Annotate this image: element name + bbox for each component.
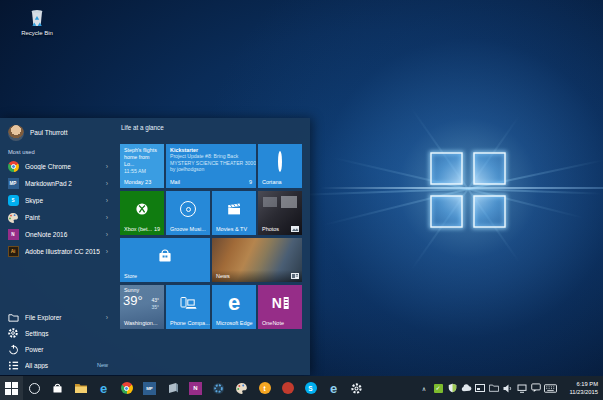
illustrator-icon: Ai bbox=[7, 246, 19, 258]
sync-status-button[interactable]: ✓ bbox=[431, 376, 445, 400]
user-avatar[interactable] bbox=[8, 125, 24, 141]
chevron-right-icon[interactable]: › bbox=[106, 197, 108, 204]
app-item-google-chrome[interactable]: Google Chrome › bbox=[0, 158, 115, 175]
all-apps-new-badge: New bbox=[97, 362, 108, 368]
weather-low: 35° bbox=[151, 304, 159, 310]
tile-movies-tv[interactable]: Movies & TV bbox=[212, 191, 256, 235]
settings-button[interactable] bbox=[345, 376, 368, 400]
user-name[interactable]: Paul Thurrott bbox=[30, 129, 67, 136]
file-explorer-button[interactable] bbox=[69, 376, 92, 400]
onenote-button[interactable]: N bbox=[184, 376, 207, 400]
mail-subject-line3: by joelhodgson bbox=[166, 166, 256, 173]
taskbar: e MP N t S e ∧ ✓ bbox=[0, 376, 603, 400]
onenote-logo: N bbox=[272, 296, 289, 310]
touch-keyboard-button[interactable] bbox=[543, 376, 557, 400]
chevron-right-icon[interactable]: › bbox=[106, 314, 108, 321]
photos-app-button[interactable] bbox=[161, 376, 184, 400]
onedrive-button[interactable] bbox=[459, 376, 473, 400]
tweetium-icon: t bbox=[259, 382, 271, 394]
chrome-button[interactable] bbox=[115, 376, 138, 400]
network-button[interactable] bbox=[515, 376, 529, 400]
tile-group-header[interactable]: Life at a glance bbox=[121, 124, 164, 131]
photos-app-icon bbox=[167, 382, 179, 394]
markdownpad-button[interactable]: MP bbox=[138, 376, 161, 400]
internet-explorer-button[interactable]: e bbox=[322, 376, 345, 400]
display-icon bbox=[475, 384, 485, 392]
skype-icon: S bbox=[305, 382, 317, 394]
tray-expand-button[interactable]: ∧ bbox=[417, 376, 431, 400]
clock-time: 6:19 PM bbox=[557, 380, 598, 388]
start-menu-footer: File Explorer › Settings Power bbox=[0, 309, 115, 373]
chevron-right-icon[interactable]: › bbox=[106, 180, 108, 187]
store-bag-icon bbox=[51, 382, 64, 395]
recycle-bin-shortcut[interactable]: Recycle Bin bbox=[14, 7, 60, 36]
skype-icon: S bbox=[7, 195, 19, 207]
app-item-paint[interactable]: Paint › bbox=[0, 209, 115, 226]
file-explorer-item[interactable]: File Explorer › bbox=[0, 309, 115, 325]
paint-palette-icon bbox=[7, 212, 19, 224]
store-button[interactable] bbox=[46, 376, 69, 400]
markdownpad-icon: MP bbox=[7, 178, 19, 190]
photo-badge-icon bbox=[291, 226, 299, 232]
start-button[interactable] bbox=[0, 376, 23, 400]
chevron-right-icon[interactable]: › bbox=[106, 163, 108, 170]
chevron-right-icon[interactable]: › bbox=[106, 214, 108, 221]
shield-icon bbox=[448, 383, 457, 393]
tile-label: Microsoft Edge bbox=[216, 320, 253, 326]
power-item[interactable]: Power bbox=[0, 341, 115, 357]
news-badge-icon bbox=[291, 273, 299, 279]
system-tray: ∧ ✓ bbox=[417, 376, 603, 400]
tile-label: Phone Compa... bbox=[170, 320, 210, 326]
tile-photos[interactable]: Photos bbox=[258, 191, 302, 235]
tile-label: Mail bbox=[170, 179, 180, 185]
app-item-illustrator[interactable]: Ai Adobe Illustrator CC 2015 › bbox=[0, 243, 115, 260]
red-app-button[interactable] bbox=[276, 376, 299, 400]
app-item-markdownpad[interactable]: MP MarkdownPad 2 › bbox=[0, 175, 115, 192]
calendar-event-time: 11:55 AM bbox=[124, 168, 161, 175]
tray-folder-button[interactable] bbox=[487, 376, 501, 400]
tile-mail[interactable]: Kickstarter Project Update #8: Bring Bac… bbox=[166, 144, 256, 188]
all-apps-icon bbox=[7, 359, 19, 371]
cortana-ring-icon bbox=[278, 153, 282, 171]
chrome-icon bbox=[7, 161, 19, 173]
cortana-button[interactable] bbox=[23, 376, 46, 400]
action-center-button[interactable] bbox=[529, 376, 543, 400]
app-item-onenote-2016[interactable]: N OneNote 2016 › bbox=[0, 226, 115, 243]
mail-unread-badge: 9 bbox=[249, 179, 252, 185]
windows-logo-icon bbox=[5, 382, 18, 395]
tile-weather[interactable]: Sunny 39° 43° 35° Washington... bbox=[120, 285, 164, 329]
edge-logo: e bbox=[228, 292, 240, 314]
chevron-right-icon[interactable]: › bbox=[106, 231, 108, 238]
app-item-skype[interactable]: S Skype › bbox=[0, 192, 115, 209]
tile-label: Monday 23 bbox=[124, 179, 151, 185]
tile-microsoft-edge[interactable]: e Microsoft Edge bbox=[212, 285, 256, 329]
all-apps-item[interactable]: All apps New bbox=[0, 357, 115, 373]
onenote-icon: N bbox=[189, 382, 202, 395]
edge-icon: e bbox=[100, 382, 107, 395]
skype-button[interactable]: S bbox=[299, 376, 322, 400]
tweetium-button[interactable]: t bbox=[253, 376, 276, 400]
tile-onenote[interactable]: N OneNote bbox=[258, 285, 302, 329]
display-button[interactable] bbox=[473, 376, 487, 400]
defender-button[interactable] bbox=[445, 376, 459, 400]
tile-label: OneNote bbox=[262, 320, 284, 326]
tile-cortana[interactable]: Cortana bbox=[258, 144, 302, 188]
tile-news[interactable]: News bbox=[212, 238, 302, 282]
chevron-right-icon[interactable]: › bbox=[106, 248, 108, 255]
edge-button[interactable]: e bbox=[92, 376, 115, 400]
folder-icon bbox=[7, 311, 19, 323]
volume-button[interactable] bbox=[501, 376, 515, 400]
tile-calendar[interactable]: Steph's flights home from Lo... 11:55 AM… bbox=[120, 144, 164, 188]
tile-store[interactable]: Store bbox=[120, 238, 210, 282]
mail-subject-line1: Project Update #8: Bring Back bbox=[166, 153, 256, 160]
tile-phone-companion[interactable]: Phone Compa... bbox=[166, 285, 210, 329]
taskbar-clock[interactable]: 6:19 PM 11/23/2015 bbox=[557, 376, 603, 400]
tile-label: News bbox=[216, 273, 230, 279]
blue-gear-app-button[interactable] bbox=[207, 376, 230, 400]
gear-icon bbox=[7, 327, 19, 339]
store-bag-icon bbox=[156, 248, 174, 265]
tile-xbox[interactable]: Xbox (bet... 19 bbox=[120, 191, 164, 235]
tile-groove-music[interactable]: Groove Musi... bbox=[166, 191, 210, 235]
paint-button[interactable] bbox=[230, 376, 253, 400]
settings-item[interactable]: Settings bbox=[0, 325, 115, 341]
